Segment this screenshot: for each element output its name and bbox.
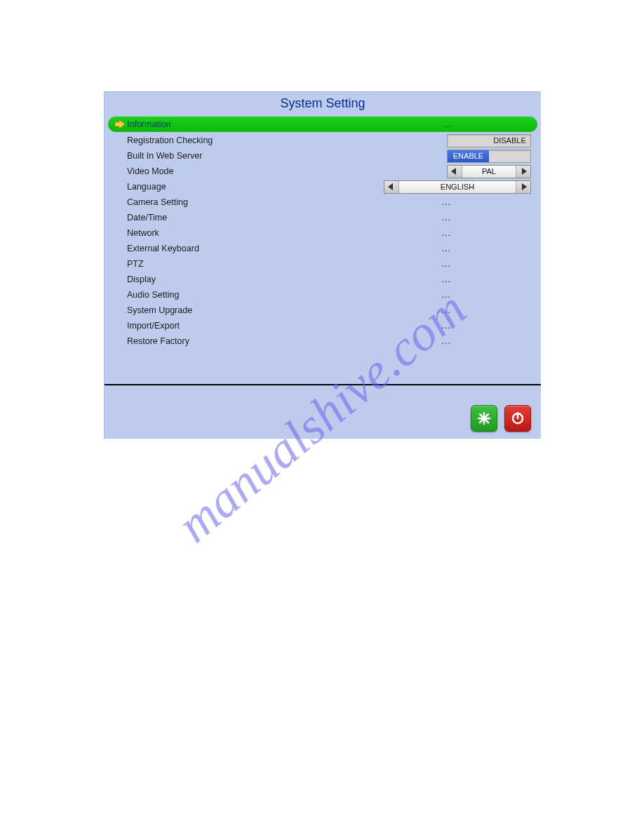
menu-label: Display	[127, 274, 309, 284]
menu-item-videomode[interactable]: Video Mode PAL	[105, 164, 541, 179]
power-icon	[510, 411, 525, 426]
menu-item-datetime[interactable]: Date/Time ...	[105, 210, 541, 225]
menu-value: ...	[442, 244, 531, 253]
menu-item-registration[interactable]: Registration Checking DISABLE	[105, 133, 541, 148]
registration-toggle[interactable]: DISABLE	[447, 134, 531, 147]
divider	[105, 384, 541, 385]
menu-label: Date/Time	[127, 213, 309, 223]
menu-label: Information	[127, 119, 309, 129]
menu-item-language[interactable]: Language ENGLISH	[105, 179, 541, 194]
menu-value: ...	[442, 213, 531, 223]
menu-item-network[interactable]: Network ...	[105, 225, 541, 241]
menu-label: Camera Setting	[127, 197, 309, 207]
menu-item-upgrade[interactable]: System Upgrade ...	[105, 303, 541, 318]
menu-value: ...	[442, 259, 531, 269]
menu-label: Video Mode	[127, 166, 309, 176]
svg-marker-1	[451, 168, 456, 175]
menu-value: ...	[442, 228, 531, 238]
toggle-left: ENABLE	[448, 150, 489, 162]
menu-label: Audio Setting	[127, 290, 309, 300]
toggle-right	[489, 150, 530, 162]
webserver-toggle[interactable]: ENABLE	[447, 150, 531, 163]
toggle-left	[448, 135, 489, 147]
language-selector[interactable]: ENGLISH	[384, 180, 531, 194]
apply-button[interactable]	[471, 405, 497, 432]
menu-value: ...	[442, 197, 531, 207]
svg-marker-3	[388, 183, 393, 190]
menu-item-importexport[interactable]: Import/Export ...	[105, 318, 541, 333]
menu-value: ...	[444, 119, 531, 129]
arrow-right-icon[interactable]	[516, 166, 530, 178]
asterisk-icon	[476, 411, 492, 426]
arrow-left-icon[interactable]	[384, 181, 399, 193]
menu-item-audio[interactable]: Audio Setting ...	[105, 287, 541, 303]
menu-item-display[interactable]: Display ...	[105, 272, 541, 287]
menu-label: Import/Export	[127, 321, 309, 331]
menu-label: System Upgrade	[127, 305, 309, 315]
toggle-right: DISABLE	[489, 135, 530, 147]
menu-value: ...	[442, 290, 531, 300]
page-title: System Setting	[105, 92, 541, 117]
menu-value: ...	[442, 274, 531, 284]
menu-value: ...	[442, 305, 531, 315]
svg-marker-0	[115, 120, 125, 128]
menu-label: Registration Checking	[127, 135, 309, 145]
menu-item-webserver[interactable]: Built In Web Server ENABLE	[105, 148, 541, 164]
svg-marker-4	[522, 183, 527, 190]
menu-label: Restore Factory	[127, 336, 309, 346]
menu-label: PTZ	[127, 259, 309, 269]
selector-value: ENGLISH	[399, 181, 516, 193]
menu-item-camera[interactable]: Camera Setting ...	[105, 194, 541, 210]
menu-label: Network	[127, 228, 309, 238]
selector-value: PAL	[462, 166, 516, 178]
menu-value: ...	[442, 336, 531, 346]
menu-item-information[interactable]: Information ...	[108, 117, 537, 132]
menu-label: Language	[127, 182, 309, 192]
menu-item-restore[interactable]: Restore Factory ...	[105, 333, 541, 349]
system-setting-panel: System Setting Information ... Registrat…	[104, 91, 541, 439]
arrow-left-icon[interactable]	[448, 166, 462, 178]
videomode-selector[interactable]: PAL	[447, 165, 531, 178]
footer-buttons	[471, 405, 531, 432]
arrow-right-icon[interactable]	[516, 181, 530, 193]
cursor-arrow-icon	[114, 119, 126, 129]
power-button[interactable]	[504, 405, 531, 432]
menu-item-ptz[interactable]: PTZ ...	[105, 256, 541, 272]
menu-label: External Keyboard	[127, 244, 309, 253]
menu-label: Built In Web Server	[127, 151, 309, 161]
menu-value: ...	[442, 321, 531, 331]
svg-marker-2	[522, 168, 527, 175]
menu-item-keyboard[interactable]: External Keyboard ...	[105, 241, 541, 256]
